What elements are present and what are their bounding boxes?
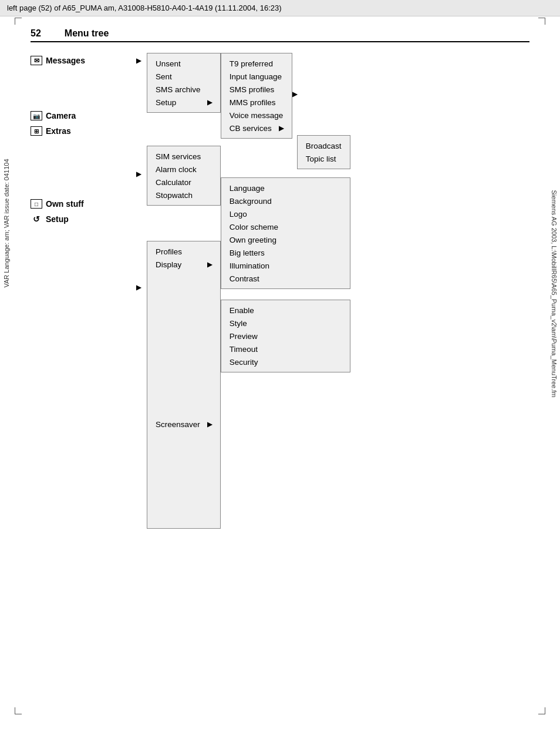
extras-simservices: SIM services xyxy=(156,150,212,163)
messages-arrow: ▶ xyxy=(136,57,147,65)
topbar-text: left page (52) of A65_PUMA am, A31008-H5… xyxy=(7,4,282,12)
setup-box: Profiles Display ▶ Screensaver ▶ xyxy=(147,241,221,529)
main-item-extras: ⊞ Extras xyxy=(31,123,136,139)
page-title: Menu tree xyxy=(65,28,109,39)
extras-label: Extras xyxy=(46,126,71,136)
language: Language xyxy=(230,182,342,194)
corner-tl xyxy=(15,18,22,25)
corner-br xyxy=(538,707,545,714)
mmsprofiles: MMS profiles xyxy=(230,96,284,109)
messages-label: Messages xyxy=(46,56,85,65)
main-menu-column: ✉ Messages 📷 Camera ⊞ Extras □ Own stuff xyxy=(31,53,136,227)
msg-setup: Setup ▶ xyxy=(156,96,212,109)
logo: Logo xyxy=(230,207,342,220)
inputlanguage: Input language xyxy=(230,70,284,83)
side-label-left: VAR Language: am; VAR issue date: 041104 xyxy=(0,47,13,399)
cbservices-arrow: ▶ xyxy=(279,125,284,132)
ownstuff-label: Own stuff xyxy=(46,199,84,209)
col4-area: ▶ xyxy=(292,53,297,135)
main-item-ownstuff: □ Own stuff xyxy=(31,196,136,211)
bigletters: Big letters xyxy=(230,246,342,259)
ownstuff-icon: □ xyxy=(31,199,42,209)
col3-area: T9 preferred Input language SMS profiles… xyxy=(221,53,350,372)
illumination: Illumination xyxy=(230,259,342,272)
main-item-camera: 📷 Camera xyxy=(31,108,136,123)
col3-screensaver-box: Enable Style Preview Timeout Security xyxy=(221,300,350,372)
messages-arrow-col: ▶ ▶ ▶ xyxy=(136,53,147,291)
corner-bl xyxy=(15,707,22,714)
camera-label: Camera xyxy=(46,111,76,120)
setup-screensaver: Screensaver ▶ xyxy=(156,418,212,431)
top-bar: left page (52) of A65_PUMA am, A31008-H5… xyxy=(0,0,560,16)
extras-arrow: ▶ xyxy=(136,170,147,178)
setup-screensaver-arrow: ▶ xyxy=(207,421,212,428)
owngreeting: Own greeting xyxy=(230,233,342,246)
messages-icon: ✉ xyxy=(31,56,42,65)
setup-arrow: ▶ xyxy=(136,284,147,291)
background: Background xyxy=(230,194,342,207)
setup-label: Setup xyxy=(46,214,69,224)
msg-setup-arrow: ▶ xyxy=(207,99,212,106)
col3-display-box: Language Background Logo Color scheme Ow… xyxy=(221,177,350,289)
cbservices-col4-arrow: ▶ xyxy=(292,90,297,98)
extras-alarmclock: Alarm clock xyxy=(156,163,212,176)
msg-smsarchive: SMS archive xyxy=(156,83,212,96)
setup-icon: ↺ xyxy=(31,214,42,224)
col4-cb-box: Broadcast Topic list xyxy=(297,135,350,169)
extras-calculator: Calculator xyxy=(156,176,212,189)
msg-unsent: Unsent xyxy=(156,57,212,70)
broadcast: Broadcast xyxy=(306,139,342,152)
contrast: Contrast xyxy=(230,272,342,285)
voicemessage: Voice message xyxy=(230,109,284,122)
timeout: Timeout xyxy=(230,343,342,355)
extras-icon: ⊞ xyxy=(31,126,42,136)
page-number: 52 xyxy=(31,28,41,39)
corner-tr xyxy=(538,18,545,25)
setup-profiles: Profiles xyxy=(156,245,212,258)
security: Security xyxy=(230,355,342,368)
preview: Preview xyxy=(230,330,342,343)
main-item-setup: ↺ Setup xyxy=(31,211,136,227)
msg-sent: Sent xyxy=(156,70,212,83)
camera-icon: 📷 xyxy=(31,111,42,120)
col2-boxes: Unsent Sent SMS archive Setup ▶ SIM serv… xyxy=(147,53,221,529)
topiclist: Topic list xyxy=(306,152,342,165)
col3-messages-setup-row: T9 preferred Input language SMS profiles… xyxy=(221,53,350,169)
side-label-right: Siemens AG 2003, L:\MobilIR65\A65_Puma_v… xyxy=(547,117,560,470)
col3-messages-setup-box: T9 preferred Input language SMS profiles… xyxy=(221,53,292,139)
t9preferred: T9 preferred xyxy=(230,57,284,70)
style: Style xyxy=(230,317,342,330)
smsprofiles: SMS profiles xyxy=(230,83,284,96)
cbservices: CB services ▶ xyxy=(230,122,284,135)
setup-display-arrow: ▶ xyxy=(207,261,212,268)
enable: Enable xyxy=(230,304,342,317)
messages-box: Unsent Sent SMS archive Setup ▶ xyxy=(147,53,221,113)
colorscheme: Color scheme xyxy=(230,220,342,233)
extras-box: SIM services Alarm clock Calculator Stop… xyxy=(147,146,221,206)
setup-display: Display ▶ xyxy=(156,258,212,271)
extras-stopwatch: Stopwatch xyxy=(156,189,212,202)
main-item-messages: ✉ Messages xyxy=(31,53,136,68)
page-header: 52 Menu tree xyxy=(31,28,529,42)
